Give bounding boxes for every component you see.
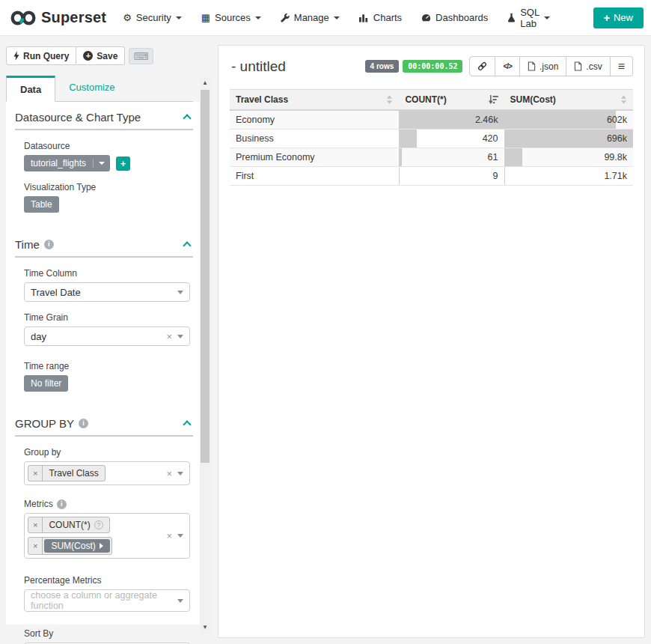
section-title: Datasource & Chart Type (15, 111, 141, 124)
metric-token-sum-cost: × SUM(Cost) (28, 537, 112, 555)
time-range-selector[interactable]: No filter (24, 375, 68, 392)
run-query-label: Run Query (23, 51, 69, 61)
clear-icon[interactable]: × (166, 331, 172, 342)
datasource-selector[interactable]: tutorial_flights (24, 155, 110, 171)
nav-sql-lab-label: SQL Lab (520, 7, 540, 29)
collapse-chevron-icon[interactable] (183, 114, 191, 122)
scroll-down-arrow[interactable]: ▼ (200, 622, 210, 634)
tab-data[interactable]: Data (6, 76, 55, 102)
column-header-sum-cost[interactable]: SUM(Cost) (504, 90, 634, 111)
time-grain-select[interactable]: day × (24, 326, 190, 346)
time-column-select[interactable]: Travel Date (24, 282, 190, 302)
nav-security[interactable]: ⚙ Security (123, 12, 182, 23)
row-count-badge: 4 rows (365, 60, 400, 73)
cell-count: 420 (399, 130, 504, 148)
new-button-label: New (614, 12, 633, 23)
scroll-up-arrow[interactable]: ▲ (200, 77, 210, 89)
clear-icon[interactable]: × (166, 468, 172, 479)
value-bar (399, 130, 417, 148)
nav-manage-label: Manage (294, 12, 329, 23)
chart-title[interactable]: - untitled (231, 58, 286, 75)
info-icon[interactable]: i (57, 499, 67, 509)
time-grain-label: Time Grain (24, 312, 193, 323)
column-label: Travel Class (236, 94, 288, 105)
column-header-count[interactable]: COUNT(*) (399, 90, 504, 111)
save-button[interactable]: + Save (76, 46, 125, 65)
chevron-down-icon (255, 16, 261, 19)
time-grain-value: day (31, 331, 46, 342)
info-icon[interactable]: i (79, 419, 88, 428)
results-table: Travel Class COUNT(*) (230, 89, 633, 186)
nav-manage[interactable]: Manage (281, 12, 340, 23)
new-button[interactable]: + New (593, 7, 644, 28)
link-icon (477, 61, 487, 71)
metric-token-count: × COUNT(*) ? (28, 517, 110, 533)
short-url-button[interactable] (469, 56, 495, 76)
cell-travel-class: Premium Economy (230, 148, 399, 167)
cell-sum-cost: 99.8k (504, 148, 634, 167)
run-query-button[interactable]: Run Query (6, 46, 76, 65)
nav-sources[interactable]: ▦ Sources (201, 12, 261, 23)
group-by-label: Group by (24, 447, 193, 458)
value-bar (399, 167, 400, 185)
control-tabs: Data Customize (6, 76, 193, 102)
clear-icon[interactable]: × (166, 530, 172, 541)
section-group-by: GROUP BY i Group by × Travel Class (15, 417, 193, 644)
chevron-down-icon (176, 16, 182, 19)
metrics-select[interactable]: × COUNT(*) ? × SUM(Cost) (24, 513, 190, 559)
datasource-label: Datasource (24, 141, 193, 151)
superset-logo[interactable]: Superset (10, 9, 106, 26)
column-label: SUM(Cost) (510, 94, 556, 105)
table-icon: ▦ (201, 12, 210, 23)
tab-customize[interactable]: Customize (55, 76, 128, 101)
group-by-select[interactable]: × Travel Class × (24, 461, 190, 485)
value-bar (504, 111, 616, 129)
section-datasource-chart-type: Datasource & Chart Type Datasource tutor… (15, 111, 193, 213)
chevron-down-icon (177, 291, 183, 294)
cell-value: 2.46k (475, 115, 498, 125)
column-label: COUNT(*) (405, 94, 446, 105)
metric-popover-trigger[interactable]: SUM(Cost) (44, 539, 109, 553)
results-table-body: Economy2.46k602kBusiness420696kPremium E… (230, 110, 633, 186)
datasource-value: tutorial_flights (24, 155, 93, 171)
dashboard-icon (421, 13, 431, 22)
hamburger-icon: ≡ (618, 63, 625, 70)
more-options-button[interactable]: ≡ (611, 56, 633, 76)
chevron-down-icon (177, 599, 183, 603)
collapse-chevron-icon[interactable] (183, 241, 191, 249)
nav-charts[interactable]: Charts (359, 12, 402, 23)
nav-dashboards[interactable]: Dashboards (421, 12, 488, 23)
percentage-metrics-select[interactable]: choose a column or aggregate function (24, 589, 190, 612)
token-label: COUNT(*) (49, 520, 90, 530)
edit-datasource-button[interactable]: + (116, 157, 130, 171)
percentage-metrics-label: Percentage Metrics (24, 575, 193, 586)
results-table-container: Travel Class COUNT(*) (230, 89, 633, 186)
data-tab-pane: Datasource & Chart Type Datasource tutor… (6, 102, 201, 625)
info-icon[interactable]: i (44, 240, 54, 249)
export-csv-button[interactable]: .csv (566, 56, 610, 76)
sort-icon (386, 95, 393, 104)
save-label: Save (97, 51, 117, 61)
caret-right-icon (100, 543, 103, 549)
group-by-token: × Travel Class (28, 465, 106, 482)
table-row: First91.71k (230, 167, 633, 186)
brand-name: Superset (41, 9, 106, 26)
remove-token-icon[interactable]: × (28, 466, 43, 481)
collapse-chevron-icon[interactable] (183, 420, 191, 428)
export-json-button[interactable]: .json (520, 56, 566, 76)
remove-token-icon[interactable]: × (28, 517, 43, 532)
csv-button-label: .csv (586, 61, 602, 72)
cell-value: 61 (488, 152, 498, 162)
remove-token-icon[interactable]: × (28, 538, 43, 554)
keyboard-shortcuts-button[interactable]: ⌨ (129, 48, 153, 64)
table-row: Economy2.46k602k (230, 110, 633, 130)
section-title: GROUP BY (15, 417, 74, 430)
sort-desc-icon (489, 95, 498, 104)
left-panel-scrollbar[interactable]: ▲ ▼ (200, 77, 210, 634)
scrollbar-thumb[interactable] (201, 90, 210, 463)
viz-type-selector[interactable]: Table (24, 196, 59, 213)
column-header-travel-class[interactable]: Travel Class (230, 90, 399, 111)
cell-value: 602k (607, 115, 627, 125)
view-query-button[interactable]: </> (495, 56, 519, 76)
nav-sql-lab[interactable]: SQL Lab (507, 7, 550, 29)
